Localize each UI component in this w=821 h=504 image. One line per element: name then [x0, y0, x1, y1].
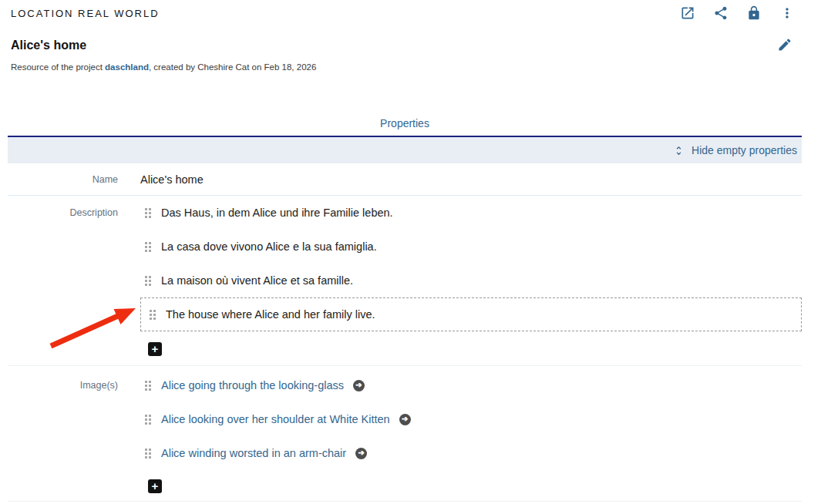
arrow-circle-right-icon[interactable]: ➔: [355, 448, 367, 459]
page-title: Alice's home: [11, 39, 86, 52]
subtitle-prefix: Resource of the project: [11, 62, 105, 72]
add-description-value-button[interactable]: +: [148, 342, 162, 356]
add-image-value-button[interactable]: +: [148, 479, 162, 493]
images-add-row: +: [140, 479, 802, 493]
resource-type-label: LOCATION REAL WORLD: [11, 8, 160, 19]
subtitle-suffix: , created by Cheshire Cat on Feb 18, 202…: [149, 62, 316, 72]
property-row-name: Name Alice's home: [8, 163, 802, 196]
project-link[interactable]: daschland: [105, 62, 149, 72]
drag-handle-icon[interactable]: [144, 380, 151, 391]
arrow-circle-right-icon[interactable]: ➔: [353, 380, 365, 391]
description-value-text: La maison où vivent Alice et sa famille.: [161, 274, 353, 287]
image-link[interactable]: Alice winding worsted in an arm-chair: [161, 447, 346, 459]
image-link[interactable]: Alice looking over her shoulder at White…: [161, 413, 390, 425]
property-value-name: Alice's home: [140, 173, 802, 186]
arrow-circle-right-icon[interactable]: ➔: [399, 414, 411, 425]
properties-toolbar: Hide empty properties: [8, 137, 802, 163]
description-add-row: +: [140, 342, 802, 356]
description-value-text: The house where Alice and her family liv…: [166, 308, 375, 321]
property-label-images: Image(s): [8, 368, 118, 493]
image-link-row: Alice looking over her shoulder at White…: [140, 402, 802, 436]
description-value-text: La casa dove vivono Alice e la sua famig…: [161, 240, 377, 253]
resource-subtitle: Resource of the project daschland, creat…: [11, 62, 316, 72]
image-link-row: Alice winding worsted in an arm-chair ➔: [140, 436, 802, 470]
resource-action-bar: [679, 5, 796, 22]
description-value-row: Das Haus, in dem Alice und ihre Familie …: [140, 196, 802, 230]
drag-handle-icon[interactable]: [144, 414, 151, 425]
property-label-description: Description: [8, 196, 118, 356]
drag-handle-icon[interactable]: [144, 241, 151, 252]
hide-empty-properties-label: Hide empty properties: [691, 144, 797, 156]
edit-pencil-icon[interactable]: [776, 36, 793, 53]
property-label-name: Name: [8, 174, 118, 185]
property-row-images: Image(s) Alice going through the looking…: [8, 366, 802, 502]
lock-icon[interactable]: [745, 5, 762, 22]
unfold-more-icon: [673, 145, 685, 156]
image-link[interactable]: Alice going through the looking-glass: [161, 379, 344, 391]
properties-panel: Name Alice's home Description Das Haus, …: [8, 163, 802, 502]
description-value-row: La casa dove vivono Alice e la sua famig…: [140, 230, 802, 264]
description-value-row: La maison où vivent Alice et sa famille.: [140, 264, 802, 297]
share-icon[interactable]: [712, 5, 729, 22]
tab-bar: Properties: [8, 114, 802, 133]
drag-handle-icon[interactable]: [144, 207, 151, 218]
image-link-row: Alice going through the looking-glass ➔: [140, 368, 802, 402]
hide-empty-properties-toggle[interactable]: Hide empty properties: [673, 144, 797, 156]
tab-properties[interactable]: Properties: [371, 114, 439, 133]
description-value-text: Das Haus, in dem Alice und ihre Familie …: [161, 207, 393, 219]
description-value-row-highlighted: The house where Alice and her family liv…: [140, 297, 802, 331]
drag-handle-icon[interactable]: [149, 309, 156, 320]
drag-handle-icon[interactable]: [144, 448, 151, 459]
more-options-icon[interactable]: [779, 5, 796, 22]
open-in-new-icon[interactable]: [679, 5, 696, 22]
drag-handle-icon[interactable]: [144, 275, 151, 286]
property-row-description: Description Das Haus, in dem Alice und i…: [8, 196, 802, 366]
